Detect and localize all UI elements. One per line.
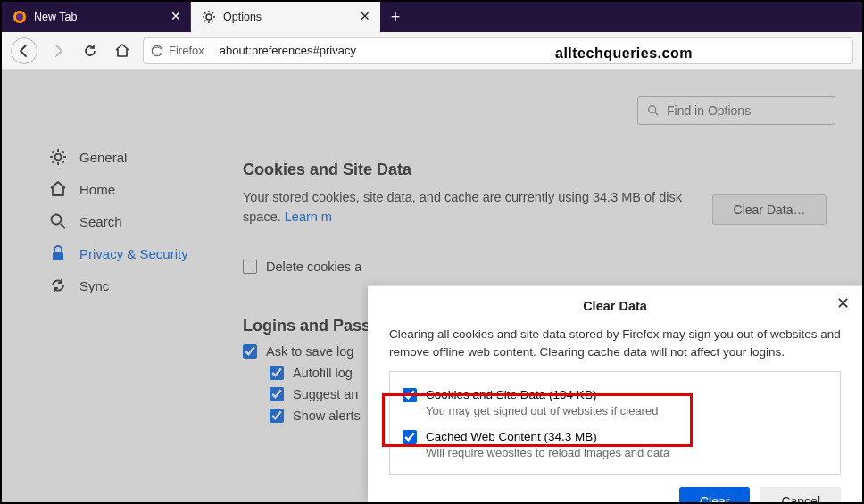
identity-label: Firefox: [169, 44, 204, 57]
nav-toolbar: Firefox about:preferences#privacy: [2, 32, 862, 70]
url-text: about:preferences#privacy: [220, 44, 356, 57]
clear-button[interactable]: Clear: [679, 487, 750, 505]
option-label: Cookies and Site Data (104 KB): [426, 388, 658, 401]
option-label: Cached Web Content (34.3 MB): [426, 430, 669, 443]
close-icon[interactable]: ✕: [358, 10, 372, 24]
dialog-options: Cookies and Site Data (104 KB) You may g…: [389, 371, 841, 475]
back-button[interactable]: [11, 37, 37, 64]
option-sublabel: Will require websites to reload images a…: [426, 446, 669, 459]
tab-new-tab[interactable]: New Tab ✕: [2, 2, 191, 32]
svg-line-10: [212, 12, 214, 14]
dialog-title: Clear Data: [389, 299, 841, 313]
svg-line-9: [204, 21, 206, 22]
reload-button[interactable]: [79, 39, 102, 62]
firefox-mono-icon: [151, 45, 163, 57]
close-icon[interactable]: ✕: [169, 10, 183, 24]
svg-line-7: [204, 12, 206, 14]
dialog-close-button[interactable]: ✕: [833, 290, 853, 317]
svg-point-1: [16, 13, 23, 21]
tab-options[interactable]: Options ✕: [191, 2, 380, 32]
svg-point-2: [206, 14, 212, 20]
tab-strip: New Tab ✕ Options ✕ +: [2, 2, 862, 32]
url-bar[interactable]: Firefox about:preferences#privacy: [143, 37, 853, 64]
firefox-favicon: [12, 10, 27, 24]
dialog-description: Clearing all cookies and site data store…: [389, 326, 841, 362]
home-button[interactable]: [111, 39, 134, 62]
watermark-text: alltechqueries.com: [555, 45, 693, 62]
forward-button: [46, 39, 70, 62]
checkbox-icon[interactable]: [403, 430, 417, 444]
identity-box[interactable]: Firefox: [151, 44, 212, 57]
tab-title: Options: [223, 11, 351, 23]
gear-favicon: [202, 10, 216, 24]
checkbox-icon[interactable]: [403, 388, 417, 402]
clear-data-dialog: ✕ Clear Data Clearing all cookies and si…: [368, 285, 862, 502]
option-cookies-site-data[interactable]: Cookies and Site Data (104 KB) You may g…: [403, 384, 827, 426]
tab-title: New Tab: [34, 11, 162, 23]
option-cached-web-content[interactable]: Cached Web Content (34.3 MB) Will requir…: [403, 426, 827, 461]
new-tab-button[interactable]: +: [380, 2, 411, 32]
svg-line-8: [212, 21, 214, 22]
cancel-button[interactable]: Cancel: [760, 487, 841, 505]
option-sublabel: You may get signed out of websites if cl…: [426, 404, 658, 417]
